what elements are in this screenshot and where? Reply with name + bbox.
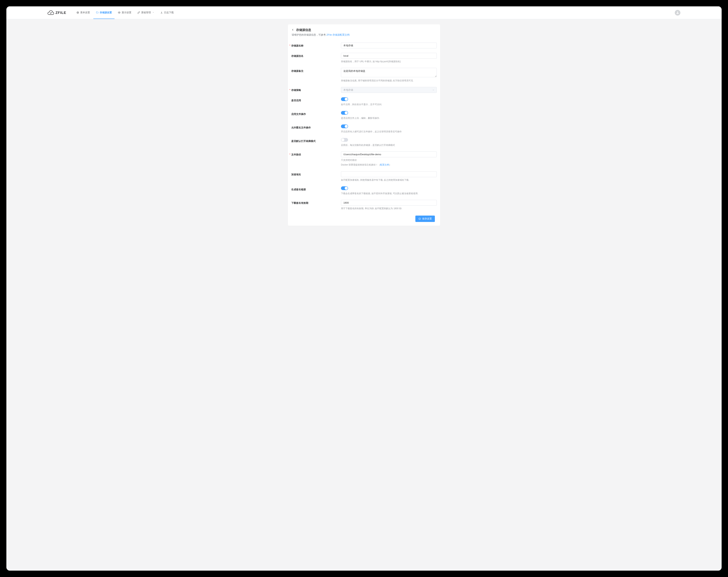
brand-logo: ZFILE xyxy=(48,10,67,16)
nav-basic-settings[interactable]: 基本设置 xyxy=(74,6,93,19)
help-sign-link: 下载会生成带签名的下载链接, 如不想对外开放直链, 可以防止被当做直链使用. xyxy=(341,192,437,195)
row-storage-name: 存储源名称 xyxy=(291,42,437,51)
row-sign-expire: 下载签名有效期 用于下载签名的有效期, 单位为秒, 如不配置则默认为 1800 … xyxy=(291,198,437,213)
nav-log-download[interactable]: 日志下载 xyxy=(158,6,176,19)
label-storage-strategy: 存储策略 xyxy=(291,87,341,93)
label-storage-alias: 存储源别名 xyxy=(291,53,341,63)
input-accel-domain[interactable] xyxy=(341,171,437,177)
label-storage-name: 存储源名称 xyxy=(291,43,341,48)
brand-text: ZFILE xyxy=(55,11,67,15)
switch-fileop[interactable] xyxy=(341,111,348,115)
nav-display-settings[interactable]: 显示设置 xyxy=(115,6,134,19)
row-fileop: 启用文件操作 是否启用文件上传，编辑，删除等操作. xyxy=(291,109,437,122)
row-sign-link: 生成签名链接 下载会生成带签名的下载链接, 如不想对外开放直链, 可以防止被当做… xyxy=(291,184,437,198)
chevron-down-icon xyxy=(432,89,435,92)
docker-doc-link[interactable]: 配置文档 xyxy=(380,163,389,166)
input-sign-expire[interactable] xyxy=(341,200,437,206)
user-avatar[interactable] xyxy=(675,10,680,16)
row-enable: 是否启用 如不启用，则在前台不显示，且不可访问. xyxy=(291,95,437,108)
nav-direct-link[interactable]: 直链管理 xyxy=(135,6,157,19)
switch-sign-link[interactable] xyxy=(341,186,348,190)
save-button[interactable]: 保存设置 xyxy=(415,216,435,222)
app-header: ZFILE 基本设置 存储源设置 显示设置 直链管理 日志下载 xyxy=(6,6,722,19)
help-text: Docker 部署需提前映射宿主机路径！（ xyxy=(341,163,380,166)
label-sign-link: 生成签名链接 xyxy=(291,186,341,195)
subtitle-text: 请维护您的存储源信息，可参考 xyxy=(292,33,327,36)
help-storage-alias: 存储源别名，用于 URL 中展示, 如 http://ip:port/{存储源别… xyxy=(341,60,437,63)
chevron-down-icon xyxy=(152,11,154,14)
switch-gallery[interactable] xyxy=(341,138,348,142)
row-storage-strategy: 存储策略 xyxy=(291,85,437,95)
switch-enable[interactable] xyxy=(341,97,348,101)
cloud-icon xyxy=(48,10,54,16)
nav-label: 日志下载 xyxy=(164,11,174,14)
row-anon: 允许匿名文件操作 开启后所有人都可进行文件操作，反之仅管理员登录后可操作 xyxy=(291,122,437,136)
textarea-storage-remark[interactable] xyxy=(341,68,437,77)
nav-label: 基本设置 xyxy=(80,11,90,14)
eye-icon xyxy=(118,11,121,14)
config-doc-link[interactable]: ZFile 存储源配置文档 xyxy=(327,33,350,36)
check-badge-icon xyxy=(418,217,421,220)
nav-label: 显示设置 xyxy=(122,11,131,14)
switch-anon[interactable] xyxy=(341,125,348,128)
user-icon xyxy=(676,11,679,15)
help-accel-domain: 如不配置加速域名, 则使用服务器中转下载, 反之则使用加速域名下载. xyxy=(341,178,437,182)
help-storage-remark: 存储源备注信息, 用于辅助管理员区分不同的存储源, 此字段仅管理员可见 xyxy=(341,79,437,82)
label-file-path: 文件路径 xyxy=(291,152,341,167)
label-gallery: 是否默认打开画廊模式 xyxy=(291,138,341,147)
label-accel-domain: 加速域名 xyxy=(291,171,341,182)
help-file-path-1: 只支持绝对路径 xyxy=(341,158,437,162)
help-fileop: 是否启用文件上传，编辑，删除等操作. xyxy=(341,116,437,120)
help-anon: 开启后所有人都可进行文件操作，反之仅管理员登录后可操作 xyxy=(341,130,437,133)
help-sign-expire: 用于下载签名的有效期, 单位为秒, 如不配置则默认为 1800 秒. xyxy=(341,207,437,210)
back-arrow-icon[interactable] xyxy=(291,28,294,32)
help-enable: 如不启用，则在前台不显示，且不可访问. xyxy=(341,103,437,106)
folder-icon xyxy=(96,11,99,14)
label-anon: 允许匿名文件操作 xyxy=(291,125,341,133)
row-gallery: 是否默认打开画廊模式 启用后，每次切换到此存储源，是否默认打开画廊模式 xyxy=(291,136,437,149)
storage-form-card: 存储源信息 请维护您的存储源信息，可参考 ZFile 存储源配置文档 存储源名称… xyxy=(288,24,440,226)
select-storage-strategy xyxy=(341,87,437,93)
help-text: ） xyxy=(389,163,391,166)
nav-label: 存储源设置 xyxy=(100,11,112,14)
input-storage-name[interactable] xyxy=(341,43,437,48)
input-storage-alias[interactable] xyxy=(341,53,437,59)
row-file-path: 文件路径 只支持绝对路径 Docker 部署需提前映射宿主机路径！（配置文档） xyxy=(291,149,437,169)
svg-point-3 xyxy=(419,218,421,220)
download-icon xyxy=(160,11,163,14)
svg-point-2 xyxy=(119,12,120,13)
gear-icon xyxy=(76,11,79,14)
page-subtitle: 请维护您的存储源信息，可参考 ZFile 存储源配置文档 xyxy=(291,33,437,36)
svg-point-1 xyxy=(77,12,78,13)
label-fileop: 启用文件操作 xyxy=(291,111,341,120)
row-storage-remark: 存储源备注 存储源备注信息, 用于辅助管理员区分不同的存储源, 此字段仅管理员可… xyxy=(291,65,437,85)
label-sign-expire: 下载签名有效期 xyxy=(291,200,341,210)
row-accel-domain: 加速域名 如不配置加速域名, 则使用服务器中转下载, 反之则使用加速域名下载. xyxy=(291,169,437,184)
label-storage-remark: 存储源备注 xyxy=(291,68,341,82)
page-title: 存储源信息 xyxy=(296,28,311,32)
nav-label: 直链管理 xyxy=(141,11,151,14)
row-storage-alias: 存储源别名 存储源别名，用于 URL 中展示, 如 http://ip:port… xyxy=(291,51,437,65)
link-icon xyxy=(137,11,140,14)
help-file-path-2: Docker 部署需提前映射宿主机路径！（配置文档） xyxy=(341,163,437,167)
main-nav: 基本设置 存储源设置 显示设置 直链管理 日志下载 xyxy=(74,6,176,19)
help-gallery: 启用后，每次切换到此存储源，是否默认打开画廊模式 xyxy=(341,143,437,147)
label-enable: 是否启用 xyxy=(291,97,341,106)
input-file-path[interactable] xyxy=(341,152,437,157)
nav-storage-settings[interactable]: 存储源设置 xyxy=(93,6,114,19)
save-button-label: 保存设置 xyxy=(422,217,432,220)
